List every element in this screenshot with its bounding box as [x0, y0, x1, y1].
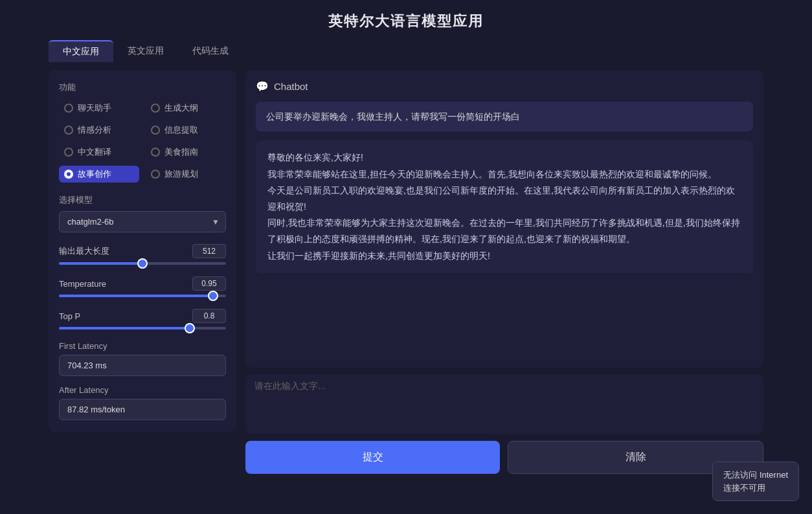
radio-food: [151, 148, 160, 157]
chatbot-header: 💬 Chatbot: [256, 80, 753, 93]
radio-translate: [64, 148, 73, 157]
model-label: 选择模型: [59, 194, 226, 206]
output-max-value: 512: [192, 244, 226, 258]
top-p-label: Top P: [59, 311, 80, 321]
feature-translate-label: 中文翻译: [78, 146, 111, 158]
left-panel: 功能 聊天助手 生成大纲 情感分析 信息提取: [49, 70, 236, 432]
feature-story[interactable]: 故事创作: [59, 166, 139, 183]
feature-chat[interactable]: 聊天助手: [59, 100, 139, 117]
feature-food[interactable]: 美食指南: [146, 144, 226, 161]
text-input[interactable]: [254, 381, 754, 426]
after-latency-input: [59, 399, 226, 420]
radio-sentiment: [64, 126, 73, 135]
tab-zh[interactable]: 中文应用: [49, 40, 113, 62]
submit-button[interactable]: 提交: [245, 441, 500, 474]
features-label: 功能: [59, 82, 226, 93]
temperature-value: 0.95: [192, 276, 226, 291]
top-p-header: Top P 0.8: [59, 309, 226, 323]
chatbot-box: 💬 Chatbot 公司要举办迎新晚会，我做主持人，请帮我写一份简短的开场白 尊…: [245, 70, 763, 368]
temperature-header: Temperature 0.95: [59, 276, 226, 291]
top-p-value: 0.8: [192, 309, 226, 323]
radio-travel: [151, 170, 160, 179]
action-buttons: 提交 清除: [245, 441, 763, 474]
tab-code[interactable]: 代码生成: [178, 40, 243, 62]
temperature-slider[interactable]: [59, 295, 226, 297]
feature-extract[interactable]: 信息提取: [146, 122, 226, 139]
radio-story: [64, 170, 73, 179]
assistant-message: 尊敬的各位来宾,大家好! 我非常荣幸能够站在这里,担任今天的迎新晚会主持人。首先…: [256, 140, 753, 273]
tab-en[interactable]: 英文应用: [113, 40, 178, 62]
toast-notification: 无法访问 Internet 连接不可用: [712, 462, 799, 501]
feature-grid: 聊天助手 生成大纲 情感分析 信息提取 中文翻译: [59, 100, 226, 183]
radio-chat: [64, 104, 73, 113]
feature-outline[interactable]: 生成大纲: [146, 100, 226, 117]
first-latency-item: First Latency: [59, 341, 226, 376]
feature-travel[interactable]: 旅游规划: [146, 166, 226, 183]
main-layout: 功能 聊天助手 生成大纲 情感分析 信息提取: [0, 70, 812, 474]
feature-story-label: 故事创作: [78, 168, 111, 180]
model-section: 选择模型 chatglm2-6b chatglm3-6b Qwen-7B ▼: [59, 194, 226, 232]
output-max-slider[interactable]: [59, 262, 226, 265]
output-max-header: 输出最大长度 512: [59, 244, 226, 258]
feature-extract-label: 信息提取: [164, 124, 198, 136]
features-section: 功能 聊天助手 生成大纲 情感分析 信息提取: [59, 82, 226, 183]
feature-translate[interactable]: 中文翻译: [59, 144, 139, 161]
temperature-section: Temperature 0.95: [59, 276, 226, 297]
radio-extract: [151, 126, 160, 135]
tabs-bar: 中文应用 英文应用 代码生成: [0, 40, 812, 62]
model-select[interactable]: chatglm2-6b chatglm3-6b Qwen-7B: [59, 211, 226, 232]
feature-travel-label: 旅游规划: [164, 168, 198, 180]
chatbot-label: Chatbot: [274, 81, 308, 92]
feature-food-label: 美食指南: [164, 146, 198, 158]
output-max-section: 输出最大长度 512: [59, 244, 226, 265]
top-p-section: Top P 0.8: [59, 309, 226, 330]
feature-outline-label: 生成大纲: [164, 102, 198, 114]
page-title: 英特尔大语言模型应用: [0, 0, 812, 40]
feature-chat-label: 聊天助手: [78, 102, 111, 114]
top-p-slider[interactable]: [59, 327, 226, 330]
temperature-label: Temperature: [59, 279, 106, 289]
first-latency-input: [59, 355, 226, 376]
after-latency-label: After Latency: [59, 385, 226, 395]
chatbot-icon: 💬: [256, 80, 269, 93]
latency-section: First Latency After Latency: [59, 341, 226, 420]
output-max-label: 输出最大长度: [59, 245, 109, 257]
toast-line1: 无法访问 Internet: [723, 469, 788, 482]
toast-line2: 连接不可用: [723, 482, 788, 495]
feature-sentiment-label: 情感分析: [78, 124, 111, 136]
user-message: 公司要举办迎新晚会，我做主持人，请帮我写一份简短的开场白: [256, 102, 753, 131]
right-panel: 💬 Chatbot 公司要举办迎新晚会，我做主持人，请帮我写一份简短的开场白 尊…: [245, 70, 763, 474]
feature-sentiment[interactable]: 情感分析: [59, 122, 139, 139]
input-area: [245, 374, 763, 434]
radio-outline: [151, 104, 160, 113]
model-select-wrapper: chatglm2-6b chatglm3-6b Qwen-7B ▼: [59, 211, 226, 232]
first-latency-label: First Latency: [59, 341, 226, 351]
after-latency-item: After Latency: [59, 385, 226, 420]
